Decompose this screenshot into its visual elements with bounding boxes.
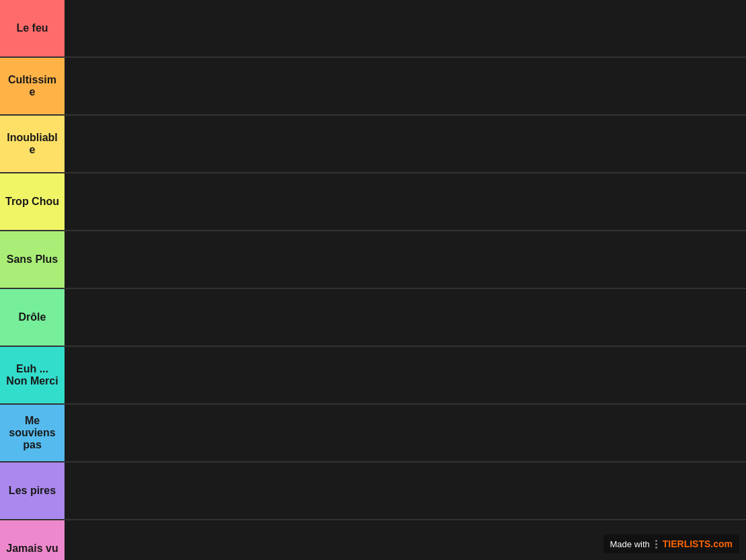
tier-content-euh-non-merci[interactable] (65, 347, 746, 403)
tier-row-cultissime: Cultissime (0, 58, 746, 116)
tier-label-drole: Drôle (0, 289, 65, 346)
watermark-text: Made with (610, 539, 650, 549)
tier-label-cultissime: Cultissime (0, 58, 65, 114)
tier-label-trop-chou: Trop Chou (0, 173, 65, 230)
tier-list: Le feuCultissimeInoubliableTrop ChouSans… (0, 0, 746, 560)
tier-content-sans-plus[interactable] (65, 231, 746, 288)
tier-row-euh-non-merci: Euh ... Non Merci (0, 347, 746, 405)
tier-content-drole[interactable] (65, 289, 746, 346)
tier-content-me-souviens-pas[interactable] (65, 405, 746, 461)
tier-label-jamais-vu: Jamais vu (0, 520, 65, 560)
tier-label-inoubliable: Inoubliable (0, 116, 65, 172)
tier-row-me-souviens-pas: Me souviens pas (0, 405, 746, 463)
tier-row-le-feu: Le feu (0, 0, 746, 58)
tier-row-inoubliable: Inoubliable (0, 116, 746, 173)
tier-row-sans-plus: Sans Plus (0, 231, 746, 289)
tier-content-inoubliable[interactable] (65, 116, 746, 172)
tier-content-trop-chou[interactable] (65, 173, 746, 230)
tier-content-cultissime[interactable] (65, 58, 746, 114)
tier-content-les-pires[interactable] (65, 463, 746, 519)
tier-label-me-souviens-pas: Me souviens pas (0, 405, 65, 461)
tier-content-le-feu[interactable] (65, 0, 746, 56)
tier-label-les-pires: Les pires (0, 463, 65, 519)
tier-label-le-feu: Le feu (0, 0, 65, 56)
tier-label-sans-plus: Sans Plus (0, 231, 65, 288)
watermark: Made with TIERLISTS.com (604, 534, 739, 553)
tier-row-les-pires: Les pires (0, 463, 746, 520)
watermark-brand: TIERLISTS.com (663, 538, 733, 549)
tier-row-trop-chou: Trop Chou (0, 173, 746, 231)
tier-row-drole: Drôle (0, 289, 746, 347)
watermark-dots-icon (655, 540, 657, 549)
tier-label-euh-non-merci: Euh ... Non Merci (0, 347, 65, 403)
